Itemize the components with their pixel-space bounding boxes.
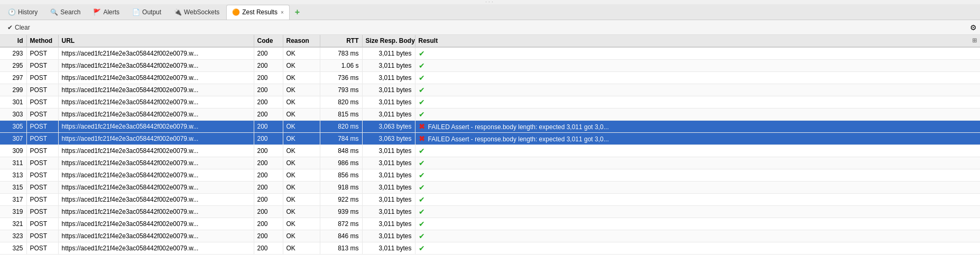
cell-size: 3,011 bytes bbox=[362, 169, 415, 182]
clear-label: Clear bbox=[15, 24, 30, 31]
cell-size: 3,011 bytes bbox=[362, 145, 415, 157]
cell-rtt: 736 ms bbox=[320, 72, 362, 84]
results-table: Id Method URL Code Reason RTT Size Resp.… bbox=[0, 35, 980, 255]
table-row[interactable]: 323POSThttps://aced1fc21f4e2e3ac058442f0… bbox=[0, 230, 980, 242]
cell-result: ✔ bbox=[415, 242, 980, 255]
cell-code: 200 bbox=[254, 96, 283, 109]
cell-result: ✔ bbox=[415, 145, 980, 157]
cell-rtt: 813 ms bbox=[320, 242, 362, 255]
cell-rtt: 939 ms bbox=[320, 206, 362, 218]
cell-result: ✔ bbox=[415, 60, 980, 72]
result-text: FAILED Assert - response.body length: ex… bbox=[428, 123, 609, 131]
check-icon: ✔ bbox=[419, 61, 425, 70]
col-header-reason[interactable]: Reason bbox=[283, 35, 320, 47]
cell-id: 305 bbox=[0, 121, 26, 133]
tab-close-zest[interactable]: × bbox=[281, 10, 284, 15]
col-header-id[interactable]: Id bbox=[0, 35, 26, 47]
table-row[interactable]: 313POSThttps://aced1fc21f4e2e3ac058442f0… bbox=[0, 169, 980, 182]
cell-code: 200 bbox=[254, 182, 283, 194]
table-row[interactable]: 305POSThttps://aced1fc21f4e2e3ac058442f0… bbox=[0, 121, 980, 133]
cell-result: ✔ bbox=[415, 157, 980, 169]
cell-method: POST bbox=[26, 121, 58, 133]
cell-size: 3,011 bytes bbox=[362, 218, 415, 230]
col-header-rtt[interactable]: RTT bbox=[320, 35, 362, 47]
cell-result: ✔ bbox=[415, 169, 980, 182]
cell-code: 200 bbox=[254, 109, 283, 121]
tab-label-websockets: WebSockets bbox=[184, 8, 219, 16]
resize-icon: ⊞ bbox=[972, 37, 977, 44]
cell-method: POST bbox=[26, 169, 58, 182]
cell-size: 3,011 bytes bbox=[362, 194, 415, 206]
cell-size: 3,011 bytes bbox=[362, 206, 415, 218]
cell-id: 309 bbox=[0, 145, 26, 157]
table-row[interactable]: 301POSThttps://aced1fc21f4e2e3ac058442f0… bbox=[0, 96, 980, 109]
cell-method: POST bbox=[26, 206, 58, 218]
cell-method: POST bbox=[26, 60, 58, 72]
table-row[interactable]: 293POSThttps://aced1fc21f4e2e3ac058442f0… bbox=[0, 47, 980, 60]
cell-reason: OK bbox=[283, 145, 320, 157]
cell-method: POST bbox=[26, 182, 58, 194]
settings-icon[interactable]: ⚙ bbox=[970, 23, 977, 32]
cell-url: https://aced1fc21f4e2e3ac058442f002e0079… bbox=[58, 169, 254, 182]
tab-output[interactable]: 📄Output bbox=[126, 5, 167, 20]
cell-url: https://aced1fc21f4e2e3ac058442f002e0079… bbox=[58, 109, 254, 121]
cell-code: 200 bbox=[254, 230, 283, 242]
cell-method: POST bbox=[26, 109, 58, 121]
table-row[interactable]: 297POSThttps://aced1fc21f4e2e3ac058442f0… bbox=[0, 72, 980, 84]
col-header-size[interactable]: Size Resp. Body bbox=[362, 35, 415, 47]
cell-size: 3,011 bytes bbox=[362, 242, 415, 255]
cell-id: 323 bbox=[0, 230, 26, 242]
check-icon: ✔ bbox=[419, 207, 425, 216]
cell-url: https://aced1fc21f4e2e3ac058442f002e0079… bbox=[58, 121, 254, 133]
cell-id: 319 bbox=[0, 206, 26, 218]
result-text: FAILED Assert - response.body length: ex… bbox=[428, 136, 609, 143]
cell-id: 315 bbox=[0, 182, 26, 194]
table-row[interactable]: 307POSThttps://aced1fc21f4e2e3ac058442f0… bbox=[0, 133, 980, 145]
cell-size: 3,011 bytes bbox=[362, 72, 415, 84]
cell-method: POST bbox=[26, 230, 58, 242]
col-header-code[interactable]: Code bbox=[254, 35, 283, 47]
tab-alerts[interactable]: 🚩Alerts bbox=[87, 5, 125, 20]
table-row[interactable]: 317POSThttps://aced1fc21f4e2e3ac058442f0… bbox=[0, 194, 980, 206]
tab-websockets[interactable]: 🔌WebSockets bbox=[168, 5, 225, 20]
col-header-result[interactable]: Result ⊞ bbox=[415, 35, 980, 47]
clear-button[interactable]: ✔ Clear bbox=[3, 23, 34, 32]
cell-url: https://aced1fc21f4e2e3ac058442f002e0079… bbox=[58, 60, 254, 72]
cell-rtt: 872 ms bbox=[320, 218, 362, 230]
table-row[interactable]: 311POSThttps://aced1fc21f4e2e3ac058442f0… bbox=[0, 157, 980, 169]
table-row[interactable]: 303POSThttps://aced1fc21f4e2e3ac058442f0… bbox=[0, 109, 980, 121]
cell-size: 3,011 bytes bbox=[362, 182, 415, 194]
cell-reason: OK bbox=[283, 109, 320, 121]
cell-rtt: 848 ms bbox=[320, 145, 362, 157]
table-row[interactable]: 299POSThttps://aced1fc21f4e2e3ac058442f0… bbox=[0, 84, 980, 96]
cell-method: POST bbox=[26, 242, 58, 255]
table-row[interactable]: 295POSThttps://aced1fc21f4e2e3ac058442f0… bbox=[0, 60, 980, 72]
col-header-method[interactable]: Method bbox=[26, 35, 58, 47]
tab-history[interactable]: 🕐History bbox=[2, 5, 43, 20]
cell-url: https://aced1fc21f4e2e3ac058442f002e0079… bbox=[58, 145, 254, 157]
cell-size: 3,011 bytes bbox=[362, 157, 415, 169]
col-header-url[interactable]: URL bbox=[58, 35, 254, 47]
table-container: Id Method URL Code Reason RTT Size Resp.… bbox=[0, 35, 980, 280]
tab-zest[interactable]: 🟠Zest Results× bbox=[226, 5, 290, 20]
table-row[interactable]: 315POSThttps://aced1fc21f4e2e3ac058442f0… bbox=[0, 182, 980, 194]
cell-id: 293 bbox=[0, 47, 26, 60]
table-row[interactable]: 319POSThttps://aced1fc21f4e2e3ac058442f0… bbox=[0, 206, 980, 218]
cell-size: 3,011 bytes bbox=[362, 96, 415, 109]
table-row[interactable]: 325POSThttps://aced1fc21f4e2e3ac058442f0… bbox=[0, 242, 980, 255]
x-icon: ✖ bbox=[419, 122, 425, 131]
cell-size: 3,011 bytes bbox=[362, 230, 415, 242]
table-row[interactable]: 321POSThttps://aced1fc21f4e2e3ac058442f0… bbox=[0, 218, 980, 230]
tab-search[interactable]: 🔍Search bbox=[44, 5, 86, 20]
cell-url: https://aced1fc21f4e2e3ac058442f002e0079… bbox=[58, 218, 254, 230]
table-row[interactable]: 309POSThttps://aced1fc21f4e2e3ac058442f0… bbox=[0, 145, 980, 157]
cell-reason: OK bbox=[283, 60, 320, 72]
cell-rtt: 1.06 s bbox=[320, 60, 362, 72]
cell-code: 200 bbox=[254, 218, 283, 230]
cell-rtt: 856 ms bbox=[320, 169, 362, 182]
cell-rtt: 922 ms bbox=[320, 194, 362, 206]
cell-result: ✔ bbox=[415, 84, 980, 96]
check-icon: ✔ bbox=[419, 98, 425, 106]
add-tab-button[interactable]: + bbox=[291, 7, 304, 17]
cell-rtt: 784 ms bbox=[320, 133, 362, 145]
